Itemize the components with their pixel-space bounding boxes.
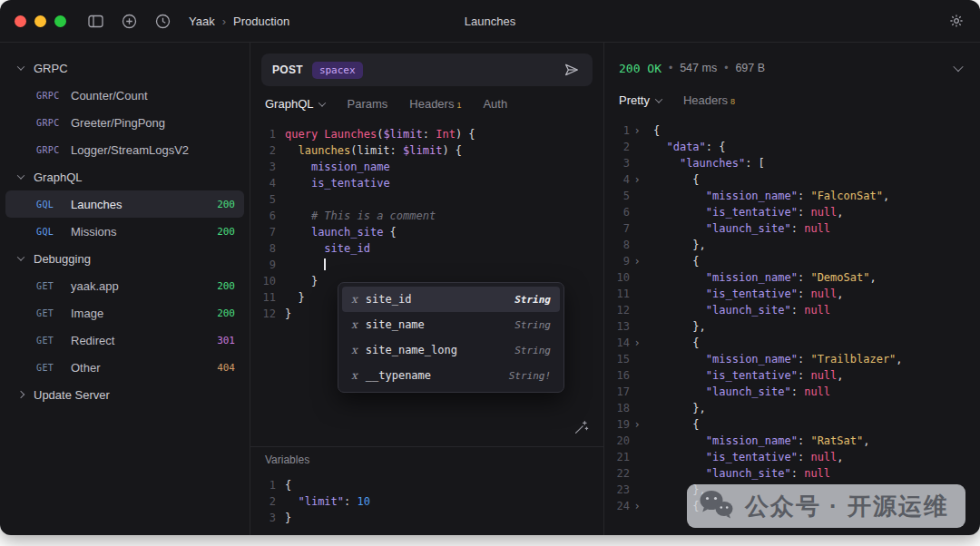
token-yel: "Trailblazer" (810, 353, 896, 366)
tab-auth[interactable]: Auth (483, 97, 507, 111)
autocomplete-item-typename[interactable]: x__typenameString! (342, 363, 560, 388)
code-line[interactable]: 1{ (258, 477, 603, 493)
new-request-plus-icon[interactable] (120, 12, 139, 31)
sidebar-item-image[interactable]: GETImage200 (5, 299, 244, 327)
sidebar-section-graphql[interactable]: GraphQL (0, 163, 250, 190)
close-button[interactable] (15, 15, 26, 27)
code-line[interactable]: 17 "launch_site": null (612, 384, 980, 400)
code-line[interactable]: 6 # This is a comment (258, 208, 603, 224)
code-line[interactable]: 20 "mission_name": "RatSat", (612, 433, 980, 449)
autocomplete-item-site-id[interactable]: xsite_idString (342, 287, 560, 312)
tab-graphql[interactable]: GraphQL (265, 97, 325, 111)
token-pln: : (798, 288, 810, 300)
code-line[interactable]: 4 is_tentative (258, 175, 603, 191)
tab-headers[interactable]: Headers8 (683, 93, 735, 107)
environment-name[interactable]: Production (233, 15, 289, 28)
sidebar-section-update-server[interactable]: Update Server (0, 381, 250, 408)
code-line[interactable]: 1query Launches($limit: Int) { (258, 126, 603, 142)
code-line[interactable]: 3} (258, 510, 603, 526)
code-line[interactable]: 6 "is_tentative": null, (612, 204, 980, 220)
code-line[interactable]: 9 (258, 257, 603, 273)
code-line[interactable]: 2 launches(limit: $limit) { (258, 142, 603, 159)
code-line[interactable]: 2 "data": { (612, 139, 980, 155)
sidebar-section-debugging[interactable]: Debugging (0, 245, 250, 272)
status-code: 200 (217, 199, 235, 210)
sidebar-section-grpc[interactable]: GRPC (0, 54, 250, 82)
code-line[interactable]: 14› { (612, 335, 980, 351)
request-name: Launches (71, 198, 217, 211)
url-bar[interactable]: POST spacex (261, 54, 593, 86)
code-line[interactable]: 12 "launch_site": null (612, 302, 980, 318)
workspace-name[interactable]: Yaak (189, 15, 215, 28)
token-vio: mission_name (311, 161, 390, 173)
toolbar-icons (86, 12, 172, 31)
token-pln (653, 190, 706, 202)
token-com: # This is a comment (311, 210, 436, 222)
graphql-editor[interactable]: 1query Launches($limit: Int) {2 launches… (250, 119, 603, 446)
autocomplete-item-site-name-long[interactable]: xsite_name_longString (342, 337, 560, 363)
fold-toggle-icon[interactable]: › (630, 253, 644, 269)
zoom-button[interactable] (54, 15, 66, 27)
code-line[interactable]: 1›{ (612, 122, 980, 139)
tab-headers[interactable]: Headers1 (409, 97, 461, 111)
code-line[interactable]: 13 }, (612, 318, 980, 335)
variables-label: Variables (250, 447, 603, 470)
fold-toggle-icon[interactable]: › (630, 122, 644, 139)
code-line[interactable]: 3 mission_name (258, 159, 603, 175)
code-line[interactable]: 2 "limit": 10 (258, 493, 603, 510)
code-line[interactable]: 21 "is_tentative": null, (612, 449, 980, 465)
magic-wand-format-icon[interactable] (572, 418, 591, 437)
response-code-lines[interactable]: 1›{2 "data": {3 "launches": [4› {5 "miss… (604, 115, 980, 535)
code-line[interactable]: 4› { (612, 171, 980, 188)
line-number: 3 (258, 159, 276, 175)
sidebar-item-logger-streamlogsv2[interactable]: GRPCLogger/StreamLogsV2 (5, 136, 244, 163)
code-line[interactable]: 18 }, (612, 400, 980, 416)
sidebar-toggle-icon[interactable] (86, 13, 105, 30)
line-number: 20 (612, 433, 630, 449)
code-line[interactable]: 7 "launch_site": null (612, 220, 980, 237)
fold-spacer (630, 465, 644, 482)
fold-spacer (630, 286, 644, 302)
code-line[interactable]: 5 "mission_name": "FalconSat", (612, 188, 980, 204)
settings-gear-icon[interactable] (947, 12, 965, 30)
fold-spacer (630, 351, 644, 367)
tab-params[interactable]: Params (347, 97, 387, 111)
send-button[interactable] (562, 60, 582, 80)
code-line[interactable]: 8 }, (612, 237, 980, 253)
fold-toggle-icon[interactable]: › (630, 416, 644, 433)
code-line[interactable]: 10 "mission_name": "DemoSat", (612, 269, 980, 286)
line-number: 5 (258, 191, 276, 208)
code-line[interactable]: 8 site_id (258, 240, 603, 257)
code-line[interactable]: 19› { (612, 416, 980, 433)
code-line[interactable]: 3 "launches": [ (612, 155, 980, 171)
variables-code-lines[interactable]: 1{2 "limit": 103} (250, 470, 603, 526)
code-line[interactable]: 7 launch_site { (258, 224, 603, 240)
clock-icon[interactable] (153, 12, 172, 31)
sidebar-item-greeter-pingpong[interactable]: GRPCGreeter/PingPong (5, 109, 244, 136)
autocomplete-item-site-name[interactable]: xsite_nameString (342, 312, 560, 337)
code-line[interactable]: 15 "mission_name": "Trailblazer", (612, 351, 980, 367)
code-line[interactable]: 22 "launch_site": null (612, 465, 980, 482)
response-menu-chevron-icon[interactable] (951, 61, 965, 75)
code-line[interactable]: 16 "is_tentative": null, (612, 367, 980, 384)
minimize-button[interactable] (34, 15, 46, 27)
fold-toggle-icon[interactable]: › (630, 498, 644, 514)
tab-pretty[interactable]: Pretty (619, 93, 662, 107)
sidebar-item-counter-count[interactable]: GRPCCounter/Count (5, 82, 244, 109)
chevron-down-icon (655, 95, 662, 102)
sidebar-item-missions[interactable]: GQLMissions200 (5, 218, 244, 245)
code-line[interactable]: 9› { (612, 253, 980, 269)
sidebar-section-label: Update Server (34, 388, 110, 402)
sidebar-item-launches[interactable]: GQLLaunches200 (5, 190, 244, 218)
line-number: 2 (258, 493, 276, 510)
environment-badge[interactable]: spacex (312, 62, 363, 79)
code-line[interactable]: 5 (258, 191, 603, 208)
sidebar-item-yaak-app[interactable]: GETyaak.app200 (5, 272, 244, 299)
fold-toggle-icon[interactable]: › (630, 171, 644, 188)
code-line[interactable]: 11 "is_tentative": null, (612, 286, 980, 302)
fold-toggle-icon[interactable]: › (630, 335, 644, 351)
token-pln (653, 206, 706, 219)
code-text: } (276, 510, 291, 526)
sidebar-item-redirect[interactable]: GETRedirect301 (5, 327, 244, 354)
sidebar-item-other[interactable]: GETOther404 (5, 354, 244, 381)
